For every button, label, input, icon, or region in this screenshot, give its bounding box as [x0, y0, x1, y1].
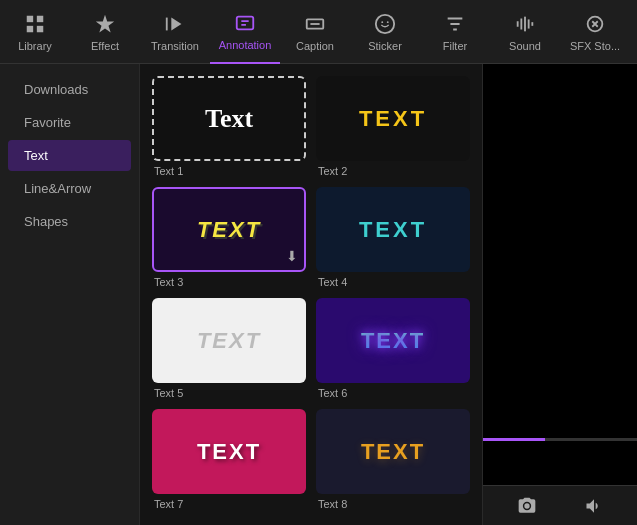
- text-item-label-4: Text 4: [316, 276, 470, 288]
- caption-icon: [303, 12, 327, 36]
- toolbar-item-annotation[interactable]: Annotation: [210, 0, 280, 64]
- svg-rect-13: [531, 22, 533, 26]
- list-item[interactable]: TEXT Text 8: [316, 409, 470, 510]
- toolbar-item-sound[interactable]: Sound: [490, 0, 560, 64]
- sidebar-item-text[interactable]: Text: [8, 140, 131, 171]
- preview-text-7: TEXT: [197, 439, 261, 465]
- download-icon: ⬇: [286, 248, 298, 264]
- text-grid: Text Text 1 TEXT Text 2 TEXT ⬇ Text 3: [152, 76, 470, 510]
- preview-text-6: TEXT: [361, 328, 425, 354]
- bottom-controls: [483, 485, 637, 525]
- text-preview-7[interactable]: TEXT: [152, 409, 306, 494]
- toolbar-label-sound: Sound: [509, 40, 541, 52]
- effect-icon: [93, 12, 117, 36]
- preview-text-1: Text: [205, 104, 253, 134]
- filter-icon: [443, 12, 467, 36]
- toolbar-label-sticker: Sticker: [368, 40, 402, 52]
- preview-text-3: TEXT: [197, 217, 261, 243]
- svg-point-8: [387, 21, 389, 23]
- svg-rect-3: [37, 25, 43, 31]
- text-item-label-7: Text 7: [152, 498, 306, 510]
- sidebar-item-downloads[interactable]: Downloads: [8, 74, 131, 105]
- toolbar-label-transition: Transition: [151, 40, 199, 52]
- list-item[interactable]: TEXT Text 7: [152, 409, 306, 510]
- list-item[interactable]: TEXT Text 6: [316, 298, 470, 399]
- text-item-label-5: Text 5: [152, 387, 306, 399]
- sidebar-item-linearrow[interactable]: Line&Arrow: [8, 173, 131, 204]
- preview-text-2: TEXT: [359, 106, 427, 132]
- sidebar: Downloads Favorite Text Line&Arrow Shape…: [0, 64, 140, 525]
- toolbar-label-sfx: SFX Sto...: [570, 40, 620, 52]
- text-preview-1[interactable]: Text: [152, 76, 306, 161]
- preview-text-4: TEXT: [359, 217, 427, 243]
- camera-button[interactable]: [517, 496, 537, 516]
- sidebar-item-shapes[interactable]: Shapes: [8, 206, 131, 237]
- list-item[interactable]: TEXT Text 4: [316, 187, 470, 288]
- svg-rect-2: [27, 25, 33, 31]
- text-preview-6[interactable]: TEXT: [316, 298, 470, 383]
- toolbar-item-caption[interactable]: Caption: [280, 0, 350, 64]
- preview-text-8: TEXT: [361, 439, 425, 465]
- svg-rect-9: [517, 21, 519, 27]
- toolbar-item-effect[interactable]: Effect: [70, 0, 140, 64]
- toolbar-label-filter: Filter: [443, 40, 467, 52]
- toolbar-item-library[interactable]: Library: [0, 0, 70, 64]
- text-item-label-1: Text 1: [152, 165, 306, 177]
- sidebar-item-favorite[interactable]: Favorite: [8, 107, 131, 138]
- progress-bar-container: [483, 438, 637, 441]
- text-item-label-3: Text 3: [152, 276, 306, 288]
- text-grid-panel: Text Text 1 TEXT Text 2 TEXT ⬇ Text 3: [140, 64, 482, 525]
- svg-rect-0: [27, 15, 33, 21]
- text-item-label-6: Text 6: [316, 387, 470, 399]
- list-item[interactable]: TEXT ⬇ Text 3: [152, 187, 306, 288]
- text-preview-2[interactable]: TEXT: [316, 76, 470, 161]
- annotation-icon: [233, 11, 257, 35]
- main-area: Downloads Favorite Text Line&Arrow Shape…: [0, 64, 637, 525]
- preview-text-5: TEXT: [197, 328, 261, 354]
- toolbar-label-annotation: Annotation: [219, 39, 272, 51]
- toolbar: Library Effect Transition Annotation Cap…: [0, 0, 637, 64]
- progress-bar-fill: [483, 438, 545, 441]
- sticker-icon: [373, 12, 397, 36]
- toolbar-item-sfx[interactable]: SFX Sto...: [560, 0, 630, 64]
- library-icon: [23, 12, 47, 36]
- transition-icon: [163, 12, 187, 36]
- text-item-label-2: Text 2: [316, 165, 470, 177]
- list-item[interactable]: TEXT Text 2: [316, 76, 470, 177]
- toolbar-label-effect: Effect: [91, 40, 119, 52]
- toolbar-item-filter[interactable]: Filter: [420, 0, 490, 64]
- svg-rect-12: [528, 19, 530, 28]
- text-preview-4[interactable]: TEXT: [316, 187, 470, 272]
- sfx-icon: [583, 12, 607, 36]
- toolbar-label-library: Library: [18, 40, 52, 52]
- text-preview-8[interactable]: TEXT: [316, 409, 470, 494]
- text-item-label-8: Text 8: [316, 498, 470, 510]
- volume-button[interactable]: [584, 496, 604, 516]
- list-item[interactable]: TEXT Text 5: [152, 298, 306, 399]
- svg-rect-11: [524, 16, 526, 31]
- text-preview-3[interactable]: TEXT ⬇: [152, 187, 306, 272]
- toolbar-item-transition[interactable]: Transition: [140, 0, 210, 64]
- text-preview-5[interactable]: TEXT: [152, 298, 306, 383]
- svg-rect-4: [237, 16, 254, 29]
- toolbar-label-caption: Caption: [296, 40, 334, 52]
- sound-icon: [513, 12, 537, 36]
- video-preview-area: [483, 64, 637, 485]
- toolbar-item-sticker[interactable]: Sticker: [350, 0, 420, 64]
- list-item[interactable]: Text Text 1: [152, 76, 306, 177]
- svg-rect-1: [37, 15, 43, 21]
- svg-point-7: [381, 21, 383, 23]
- svg-rect-10: [520, 18, 522, 29]
- right-panel: [482, 64, 637, 525]
- svg-point-6: [376, 14, 394, 32]
